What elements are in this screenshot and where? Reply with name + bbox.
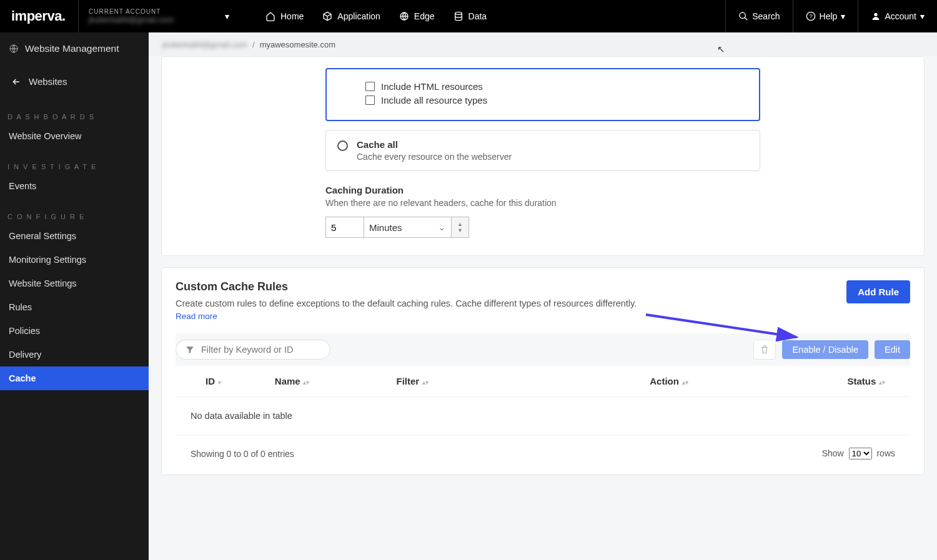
cache-mode-selected: Include HTML resources Include all resou… (325, 68, 760, 121)
enable-disable-button[interactable]: Enable / Disable (782, 340, 868, 359)
caching-duration-title: Caching Duration (325, 185, 760, 195)
page-size-select[interactable]: 10 (849, 448, 872, 459)
nav-search[interactable]: Search (725, 0, 792, 32)
cache-all-title: Cache all (357, 139, 512, 150)
col-action[interactable]: Action ▴▾ (506, 366, 726, 397)
cube-icon (322, 11, 332, 21)
svg-text:?: ? (809, 13, 812, 19)
cache-all-desc: Cache every resource on the webserver (357, 152, 512, 162)
stepper-down-icon: ▼ (457, 227, 463, 233)
globe-icon (9, 44, 19, 54)
edit-button[interactable]: Edit (875, 340, 910, 359)
nav-home[interactable]: Home (265, 11, 304, 21)
duration-value-input[interactable] (325, 217, 364, 238)
sidebar-item-events[interactable]: Events (0, 174, 149, 198)
sidebar-back[interactable]: Websites (0, 65, 149, 98)
sidebar-item-delivery[interactable]: Delivery (0, 343, 149, 366)
sidebar-item-policies[interactable]: Policies (0, 319, 149, 343)
rules-table: ID ▾ Name ▴▾ Filter ▴▾ Action ▴▾ Status … (176, 366, 910, 435)
col-filter[interactable]: Filter ▴▾ (392, 366, 506, 397)
sidebar-section-investigate: I N V E S T I G A T E (0, 148, 149, 174)
svg-point-2 (740, 12, 745, 18)
sort-icon: ▾ (216, 379, 221, 386)
filter-input[interactable] (201, 345, 321, 355)
brand-logo[interactable]: imperva. (0, 8, 78, 24)
sidebar-item-general-settings[interactable]: General Settings (0, 224, 149, 248)
search-icon (738, 11, 748, 21)
rules-desc: Create custom rules to define exceptions… (176, 298, 637, 308)
breadcrumb-account[interactable]: jkuberka84@gmail.com (162, 40, 247, 49)
sidebar-section-configure: C O N F I G U R E (0, 198, 149, 224)
checkbox-include-html[interactable]: Include HTML resources (365, 81, 748, 92)
database-icon (454, 11, 464, 21)
account-selector-value: jkuberka84@gmail.com (89, 15, 231, 24)
sidebar-section-dashboards: D A S H B O A R D S (0, 98, 149, 124)
add-rule-button[interactable]: Add Rule (846, 280, 910, 303)
svg-point-1 (455, 12, 462, 14)
user-icon (871, 11, 881, 21)
sort-icon: ▴▾ (302, 379, 310, 386)
chevron-down-icon: ⌄ (438, 222, 446, 233)
caret-down-icon: ▾ (841, 11, 845, 21)
no-data-message: No data available in table (176, 397, 910, 435)
rows-per-page: Show 10 rows (822, 448, 895, 459)
checkbox-icon (365, 96, 375, 105)
checkbox-include-all[interactable]: Include all resource types (365, 95, 748, 106)
nav-account[interactable]: Account ▾ (858, 0, 937, 32)
sort-icon: ▴▾ (877, 379, 885, 386)
col-id[interactable]: ID ▾ (201, 366, 270, 397)
caret-down-icon: ▾ (225, 11, 229, 21)
caret-down-icon: ▾ (920, 11, 925, 21)
breadcrumb-separator: / (252, 40, 255, 49)
account-selector-label: CURRENT ACCOUNT (89, 8, 231, 15)
sidebar-item-website-settings[interactable]: Website Settings (0, 272, 149, 295)
showing-entries: Showing 0 to 0 of 0 entries (191, 449, 294, 459)
cache-mode-cache-all[interactable]: Cache all Cache every resource on the we… (325, 130, 760, 171)
read-more-link[interactable]: Read more (176, 312, 217, 321)
duration-unit-select[interactable]: Minutes ⌄ (364, 217, 452, 238)
caching-duration-desc: When there are no relevant headers, cach… (325, 198, 760, 208)
svg-point-5 (875, 13, 878, 16)
breadcrumb-site: myawesomesite.com (260, 40, 335, 49)
help-icon: ? (806, 11, 816, 21)
radio-icon (337, 140, 348, 151)
breadcrumb: jkuberka84@gmail.com / myawesomesite.com (149, 32, 937, 56)
col-status[interactable]: Status ▴▾ (726, 366, 910, 397)
filter-input-wrap[interactable] (176, 340, 330, 360)
filter-icon (185, 345, 195, 355)
delete-button[interactable] (753, 340, 776, 360)
sidebar-item-rules[interactable]: Rules (0, 295, 149, 319)
sidebar-item-monitoring-settings[interactable]: Monitoring Settings (0, 248, 149, 272)
nav-data[interactable]: Data (454, 11, 487, 21)
col-name[interactable]: Name ▴▾ (270, 366, 392, 397)
sort-icon: ▴▾ (680, 379, 688, 386)
sidebar-header[interactable]: Website Management (0, 32, 149, 65)
nav-application[interactable]: Application (322, 11, 380, 21)
trash-icon (760, 345, 770, 355)
duration-stepper[interactable]: ▲ ▼ (452, 217, 469, 238)
account-selector[interactable]: CURRENT ACCOUNT jkuberka84@gmail.com ▾ (78, 0, 240, 32)
sidebar-item-cache[interactable]: Cache (0, 366, 149, 390)
checkbox-icon (365, 82, 375, 91)
sort-icon: ▴▾ (420, 379, 429, 386)
stepper-up-icon: ▲ (457, 221, 463, 227)
nav-help[interactable]: ? Help ▾ (793, 0, 858, 32)
globe-icon (399, 11, 409, 21)
nav-edge[interactable]: Edge (399, 11, 435, 21)
home-icon (265, 11, 275, 21)
arrow-left-icon (11, 77, 21, 87)
sidebar-item-website-overview[interactable]: Website Overview (0, 124, 149, 148)
rules-title: Custom Cache Rules (176, 280, 637, 293)
